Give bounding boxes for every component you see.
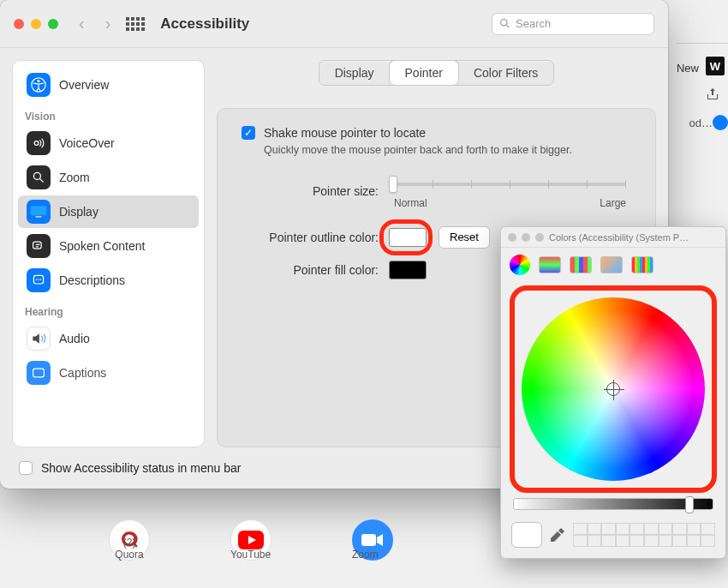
sidebar-item-display[interactable]: Display [18, 195, 199, 228]
slider-thumb[interactable] [389, 176, 397, 193]
checkbox-checked-icon[interactable]: ✓ [242, 126, 255, 140]
search-placeholder: Search [516, 17, 551, 30]
sidebar-item-voiceover[interactable]: VoiceOver [18, 127, 199, 159]
image-palettes-mode-icon[interactable] [600, 256, 623, 273]
fill-color-label: Pointer fill color: [242, 263, 379, 277]
slider-min-label: Normal [394, 197, 427, 209]
brightness-thumb[interactable] [685, 496, 694, 513]
shake-option[interactable]: ✓ Shake mouse pointer to locate [242, 126, 631, 140]
sidebar-item-label: Audio [59, 332, 90, 345]
close-icon[interactable] [14, 19, 24, 29]
brightness-slider[interactable] [513, 498, 713, 510]
bg-od-label: od… [689, 117, 713, 129]
colors-window: Colors (Accessibility (System P… [500, 226, 726, 559]
captions-icon [27, 361, 51, 385]
sidebar-item-label: Spoken Content [59, 239, 145, 253]
pencils-mode-icon[interactable] [631, 256, 653, 273]
svg-point-5 [33, 172, 40, 179]
search-icon [499, 18, 510, 29]
svg-point-12 [38, 279, 39, 280]
dock-row: (2) Quora YouTube Zoom [0, 506, 502, 588]
dock-label-youtube: YouTube [230, 549, 271, 561]
color-wheel[interactable] [522, 297, 705, 481]
annotation-color-wheel [510, 285, 717, 493]
shake-title: Shake mouse pointer to locate [264, 126, 426, 140]
spoken-content-icon [27, 234, 51, 258]
share-icon [706, 87, 719, 105]
dock-label-zoom: Zoom [352, 549, 379, 561]
zoom-icon [27, 165, 51, 189]
wikipedia-badge-icon: W [706, 57, 725, 75]
color-swatches-row [501, 515, 725, 558]
close-icon[interactable] [508, 233, 516, 242]
sidebar-item-label: Display [59, 205, 98, 219]
search-input[interactable]: Search [492, 13, 654, 35]
shake-desc: Quickly move the mouse pointer back and … [264, 143, 572, 158]
current-color-swatch[interactable] [511, 522, 542, 548]
section-hearing: Hearing [13, 297, 204, 321]
svg-point-3 [38, 80, 40, 82]
show-status-label: Show Accessibility status in menu bar [41, 461, 241, 475]
nav-arrows: ‹ › [79, 14, 110, 33]
svg-rect-8 [36, 216, 42, 218]
sidebar-item-descriptions[interactable]: Descriptions [18, 264, 199, 297]
descriptions-icon [27, 268, 51, 292]
svg-point-13 [40, 279, 42, 280]
zoom-window-icon[interactable] [48, 19, 58, 29]
eyedropper-icon[interactable] [549, 526, 566, 543]
dock-label-quora: (2) Quora [109, 537, 150, 561]
sidebar-item-zoom[interactable]: Zoom [18, 161, 199, 194]
saved-colors-palette[interactable] [573, 523, 715, 547]
zoom-window-icon[interactable] [535, 233, 544, 242]
bg-new-label: New [677, 62, 699, 75]
svg-point-11 [36, 279, 38, 280]
sidebar-item-label: Overview [59, 78, 109, 92]
colors-titlebar: Colors (Accessibility (System P… [501, 227, 725, 248]
svg-rect-14 [33, 369, 45, 377]
show-all-icon[interactable] [126, 17, 145, 31]
window-controls [14, 19, 58, 29]
svg-rect-9 [33, 242, 42, 249]
outline-color-label: Pointer outline color: [242, 231, 379, 244]
colors-toolbar [501, 248, 725, 282]
sidebar-item-label: Captions [59, 366, 106, 380]
window-title: Accessibility [160, 15, 249, 33]
colors-title: Colors (Accessibility (System P… [549, 232, 689, 243]
minimize-icon[interactable] [522, 233, 530, 242]
tab-color-filters[interactable]: Color Filters [458, 61, 553, 85]
sidebar: Overview Vision VoiceOver Zoom Displa [12, 60, 205, 447]
tab-pointer[interactable]: Pointer [390, 61, 458, 85]
slider-max-label: Large [600, 197, 626, 209]
sidebar-item-label: Descriptions [59, 273, 125, 287]
pointer-size-slider[interactable] [389, 173, 631, 197]
fill-color-swatch[interactable] [389, 261, 427, 279]
svg-line-1 [506, 25, 509, 27]
sidebar-item-spoken-content[interactable]: Spoken Content [18, 230, 199, 262]
audio-icon [27, 327, 51, 351]
pointer-size-label: Pointer size: [242, 184, 379, 198]
svg-line-6 [40, 179, 44, 183]
color-wheel-cursor[interactable] [606, 382, 620, 396]
outline-color-swatch[interactable] [389, 228, 427, 247]
back-icon[interactable]: ‹ [79, 14, 85, 33]
show-status-checkbox[interactable] [19, 461, 33, 475]
sidebar-item-audio[interactable]: Audio [18, 322, 199, 355]
sidebar-item-overview[interactable]: Overview [18, 69, 199, 101]
section-vision: Vision [13, 102, 204, 126]
sidebar-item-label: VoiceOver [59, 136, 115, 150]
color-palettes-mode-icon[interactable] [570, 256, 592, 273]
minimize-icon[interactable] [31, 19, 41, 29]
accessibility-icon [27, 73, 51, 97]
sidebar-item-label: Zoom [59, 171, 90, 184]
color-wheel-mode-icon[interactable] [510, 255, 530, 275]
tab-group: Display Pointer Color Filters [319, 60, 555, 86]
forward-icon[interactable]: › [105, 14, 111, 33]
svg-point-0 [501, 20, 507, 26]
sidebar-item-captions[interactable]: Captions [18, 357, 199, 389]
color-sliders-mode-icon[interactable] [539, 256, 561, 273]
tab-display[interactable]: Display [319, 61, 390, 85]
display-icon [27, 200, 51, 224]
svg-point-4 [34, 141, 39, 146]
bg-od-icon [713, 115, 728, 130]
reset-button[interactable]: Reset [439, 226, 490, 249]
